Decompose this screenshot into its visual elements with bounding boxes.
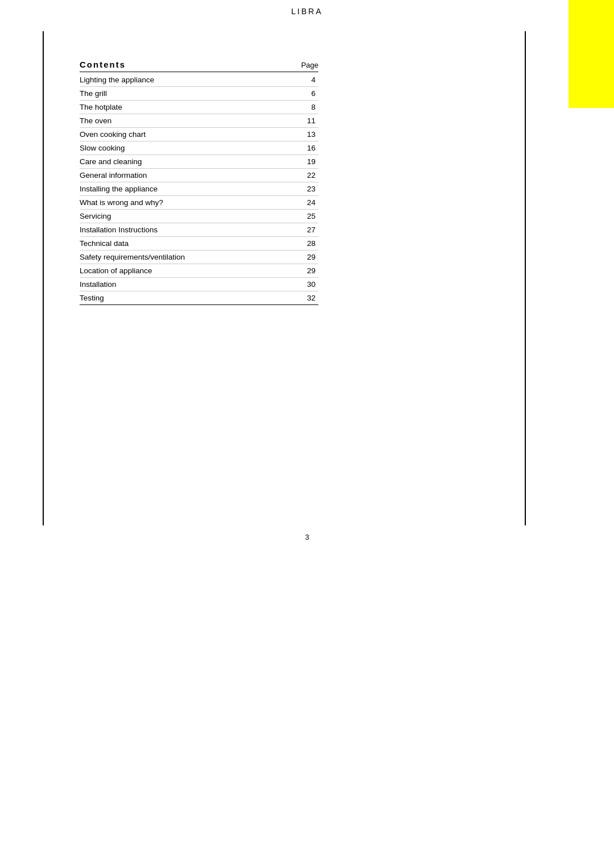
toc-item-label: Safety requirements/ventilation [80, 251, 295, 264]
contents-section: Contents Page Lighting the appliance4The… [80, 60, 318, 305]
toc-item-page: 11 [295, 114, 318, 128]
toc-item-page: 28 [295, 237, 318, 251]
page-container: LIBRA Contents Page Lighting the applian… [0, 0, 614, 868]
toc-item-label: Lighting the appliance [80, 73, 295, 87]
toc-row: Installation30 [80, 278, 318, 291]
toc-item-page: 25 [295, 210, 318, 223]
toc-row: Installing the appliance23 [80, 182, 318, 196]
toc-item-page: 4 [295, 73, 318, 87]
page-column-label: Page [301, 61, 318, 69]
toc-row: Technical data28 [80, 237, 318, 251]
toc-item-label: Oven cooking chart [80, 128, 295, 141]
toc-item-page: 19 [295, 155, 318, 169]
toc-item-label: Slow cooking [80, 141, 295, 155]
toc-item-page: 8 [295, 101, 318, 114]
toc-row: General information22 [80, 169, 318, 182]
toc-row: Lighting the appliance4 [80, 73, 318, 87]
page-title: LIBRA [0, 7, 614, 16]
toc-row: Safety requirements/ventilation29 [80, 251, 318, 264]
toc-item-page: 32 [295, 291, 318, 305]
toc-table: Lighting the appliance4The grill6The hot… [80, 73, 318, 305]
toc-row: Location of appliance29 [80, 264, 318, 278]
toc-item-page: 27 [295, 223, 318, 237]
toc-item-label: Technical data [80, 237, 295, 251]
toc-row: The grill6 [80, 87, 318, 101]
toc-item-page: 16 [295, 141, 318, 155]
toc-item-label: Care and cleaning [80, 155, 295, 169]
toc-item-page: 13 [295, 128, 318, 141]
toc-item-label: What is wrong and why? [80, 196, 295, 210]
toc-item-label: Installation Instructions [80, 223, 295, 237]
toc-row: Installation Instructions27 [80, 223, 318, 237]
toc-item-page: 23 [295, 182, 318, 196]
toc-row: What is wrong and why?24 [80, 196, 318, 210]
toc-item-page: 22 [295, 169, 318, 182]
toc-item-page: 24 [295, 196, 318, 210]
toc-row: Slow cooking16 [80, 141, 318, 155]
toc-row: Oven cooking chart13 [80, 128, 318, 141]
yellow-tab [569, 0, 614, 108]
toc-item-label: The oven [80, 114, 295, 128]
contents-header: Contents Page [80, 60, 318, 72]
toc-row: The hotplate8 [80, 101, 318, 114]
contents-heading: Contents [80, 60, 126, 69]
toc-item-page: 30 [295, 278, 318, 291]
toc-item-label: Servicing [80, 210, 295, 223]
toc-item-label: The hotplate [80, 101, 295, 114]
toc-row: Servicing25 [80, 210, 318, 223]
left-border-line [43, 31, 44, 525]
toc-item-label: The grill [80, 87, 295, 101]
right-border-line [525, 31, 526, 525]
toc-item-page: 29 [295, 251, 318, 264]
toc-item-label: General information [80, 169, 295, 182]
toc-row: Testing32 [80, 291, 318, 305]
page-number: 3 [0, 533, 614, 541]
toc-row: The oven11 [80, 114, 318, 128]
toc-item-page: 29 [295, 264, 318, 278]
toc-row: Care and cleaning19 [80, 155, 318, 169]
toc-item-label: Installation [80, 278, 295, 291]
toc-item-label: Installing the appliance [80, 182, 295, 196]
toc-item-label: Location of appliance [80, 264, 295, 278]
toc-item-page: 6 [295, 87, 318, 101]
toc-item-label: Testing [80, 291, 295, 305]
